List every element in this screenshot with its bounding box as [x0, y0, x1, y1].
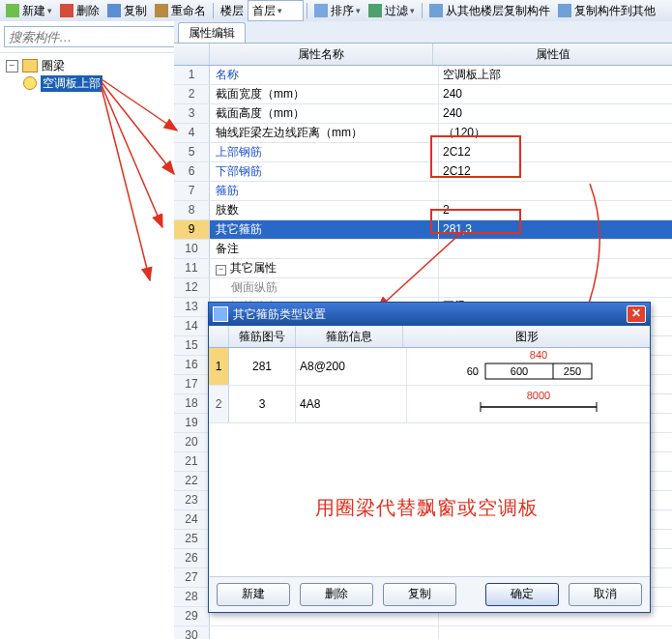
- delete-button[interactable]: 删除: [56, 1, 103, 20]
- grid-header: 属性名称 属性值: [174, 44, 672, 66]
- dlg-new-button[interactable]: 新建: [217, 583, 290, 606]
- row-number: 6: [174, 162, 210, 181]
- floor-select[interactable]: 首层▾: [248, 0, 304, 21]
- grid-row[interactable]: 10备注: [174, 240, 672, 259]
- section-expander[interactable]: −: [216, 265, 226, 276]
- row-name: 名称: [210, 66, 439, 84]
- copy-to-other-button[interactable]: 复制构件到其他: [554, 1, 659, 20]
- grid-head-name: 属性名称: [210, 44, 433, 65]
- diag-len-label: 8000: [526, 390, 549, 401]
- new-button[interactable]: 新建▾: [2, 1, 56, 20]
- grid-head-value: 属性值: [433, 44, 672, 65]
- diag-a-label: 60: [466, 365, 478, 377]
- row-name: 截面高度（mm）: [210, 104, 439, 123]
- diag-c-label: 250: [563, 365, 580, 377]
- row-number: 9: [174, 220, 210, 239]
- row-number: 16: [174, 356, 210, 374]
- dialog-row[interactable]: 1 281 A8@200 840 60 600 250: [209, 348, 650, 386]
- row-name: 截面宽度（mm）: [210, 85, 439, 103]
- dlg-head-3: 图形: [403, 326, 650, 347]
- dlg-row-diagram: 840 60 600 250: [407, 348, 650, 385]
- row-number: 15: [174, 336, 210, 355]
- row-value: [439, 626, 672, 639]
- sort-button[interactable]: 排序▾: [310, 1, 365, 20]
- tree-root[interactable]: − 圈梁: [2, 57, 172, 74]
- row-value: [439, 240, 672, 258]
- dlg-head-2: 箍筋信息: [296, 326, 403, 347]
- row-number: 26: [174, 549, 210, 567]
- row-number: 14: [174, 317, 210, 335]
- row-number: 20: [174, 433, 210, 451]
- grid-row[interactable]: 12侧面纵筋: [174, 278, 672, 298]
- collapse-icon[interactable]: −: [6, 60, 18, 73]
- component-tree: − 圈梁 空调板上部: [0, 53, 174, 96]
- row-number: 18: [174, 394, 210, 413]
- row-number: 11: [174, 259, 210, 277]
- row-number: 24: [174, 510, 210, 529]
- row-value: 240: [439, 85, 672, 103]
- dlg-copy-button[interactable]: 复制: [383, 583, 456, 606]
- row-number: 21: [174, 452, 210, 471]
- row-number: 7: [174, 182, 210, 200]
- copy-from-other-button[interactable]: 从其他楼层复制构件: [425, 1, 554, 20]
- search-input[interactable]: [4, 26, 178, 47]
- row-name: 肢数: [210, 201, 439, 219]
- dlg-row-id: 281: [229, 348, 296, 385]
- dlg-row-num: 2: [209, 386, 229, 422]
- grid-row[interactable]: 30: [174, 626, 672, 639]
- folder-icon: [22, 59, 38, 73]
- dlg-row-id: 3: [229, 386, 296, 422]
- row-value: 240: [439, 104, 672, 123]
- grid-row[interactable]: 2截面宽度（mm）240: [174, 85, 672, 104]
- row-value: 2: [439, 201, 672, 219]
- dlg-ok-button[interactable]: 确定: [485, 583, 559, 606]
- row-number: 12: [174, 278, 210, 297]
- dlg-delete-button[interactable]: 删除: [300, 583, 373, 606]
- row-number: 17: [174, 375, 210, 393]
- row-value: [439, 278, 672, 297]
- copy-button[interactable]: 复制: [103, 1, 151, 20]
- row-number: 22: [174, 472, 210, 490]
- grid-row[interactable]: 6下部钢筋2C12: [174, 162, 672, 182]
- row-name: 下部钢筋: [210, 162, 439, 181]
- diag-top-label: 840: [529, 350, 546, 361]
- grid-row[interactable]: 1名称空调板上部: [174, 66, 672, 85]
- grid-row[interactable]: 9其它箍筋281,3: [174, 220, 672, 240]
- tab-attr-edit[interactable]: 属性编辑: [178, 22, 246, 43]
- dialog-icon: [213, 306, 228, 322]
- rename-button[interactable]: 重命名: [151, 1, 210, 20]
- dialog-titlebar[interactable]: 其它箍筋类型设置 ✕: [209, 303, 650, 326]
- left-panel: − 圈梁 空调板上部: [0, 21, 175, 639]
- row-value: [439, 182, 672, 200]
- main-toolbar: 新建▾ 删除 复制 重命名 楼层 首层▾ 排序▾ 过滤▾ 从其他楼层复制构件 复…: [0, 0, 672, 22]
- filter-button[interactable]: 过滤▾: [365, 1, 419, 20]
- grid-row[interactable]: 4轴线距梁左边线距离（mm）（120）: [174, 124, 672, 143]
- component-icon: [23, 76, 37, 90]
- dlg-cancel-button[interactable]: 取消: [569, 583, 642, 606]
- dlg-row-num: 1: [209, 348, 229, 385]
- dialog-button-bar: 新建 删除 复制 确定 取消: [209, 576, 650, 612]
- row-name: 箍筋: [210, 182, 439, 200]
- row-number: 2: [174, 85, 210, 103]
- row-name: 上部钢筋: [210, 143, 439, 161]
- tree-item-1[interactable]: 空调板上部: [2, 74, 172, 92]
- dlg-head-1: 箍筋图号: [229, 326, 296, 347]
- close-button[interactable]: ✕: [627, 305, 646, 323]
- row-name: 其它箍筋: [210, 220, 439, 239]
- row-name: 侧面纵筋: [210, 278, 439, 297]
- row-number: 28: [174, 588, 210, 606]
- grid-row[interactable]: 3截面高度（mm）240: [174, 104, 672, 124]
- dialog-row[interactable]: 2 3 4A8 8000: [209, 386, 650, 423]
- other-stirrup-dialog: 其它箍筋类型设置 ✕ 箍筋图号 箍筋信息 图形 1 281 A8@200 840…: [208, 302, 651, 613]
- grid-row[interactable]: 7箍筋: [174, 182, 672, 201]
- grid-row[interactable]: 5上部钢筋2C12: [174, 143, 672, 162]
- row-value: 空调板上部: [439, 66, 672, 84]
- row-value: [439, 259, 672, 277]
- row-value: （120）: [439, 124, 672, 142]
- tab-strip: 属性编辑: [174, 21, 672, 44]
- grid-row[interactable]: 11−其它属性: [174, 259, 672, 278]
- row-number: 10: [174, 240, 210, 258]
- row-number: 5: [174, 143, 210, 161]
- row-number: 3: [174, 104, 210, 123]
- grid-row[interactable]: 8肢数2: [174, 201, 672, 220]
